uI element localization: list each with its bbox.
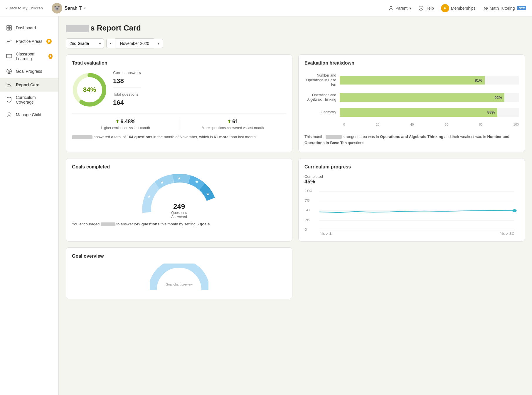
svg-text:75: 75 [304, 199, 310, 202]
svg-text:100: 100 [304, 189, 312, 193]
goal-overview-card: Goal overview Goal chart preview [66, 247, 292, 299]
memberships-button[interactable]: P Memberships [441, 4, 476, 12]
curriculum-line-chart: 100 75 50 25 0 [304, 188, 519, 235]
svg-text:★: ★ [147, 194, 151, 199]
svg-rect-8 [9, 28, 11, 30]
svg-text:Nov 30: Nov 30 [499, 232, 514, 235]
bar-fill-1: 81% [340, 76, 485, 85]
completed-label: Completed [304, 174, 519, 179]
main-content: s Report Card 2nd Grade 1st Grade 3rd Gr… [59, 16, 532, 395]
grade-select-wrap[interactable]: 2nd Grade 1st Grade 3rd Grade [66, 38, 104, 48]
svg-text:25: 25 [304, 218, 310, 222]
svg-text:0: 0 [304, 228, 307, 231]
bar-row-3: Geometry 88% [304, 108, 519, 117]
sidebar-item-goal-progress[interactable]: Goal Progress [0, 65, 58, 78]
month-display: November 2020 [115, 38, 154, 48]
sidebar-label-dashboard: Dashboard [16, 26, 36, 30]
more-questions-label: More questions answered vs last month [182, 126, 284, 130]
goal-overview-chart: Goal chart preview [72, 264, 286, 293]
bar-row-2: Operations and Algebraic Thinking 92% [304, 93, 519, 102]
total-evaluation-card: Total evaluation 84% Correct answers 138… [66, 54, 292, 152]
correct-answers-value: 138 [113, 77, 141, 87]
eval-breakdown-title: Evaluation breakdown [304, 60, 519, 66]
sidebar-item-practice-areas[interactable]: Practice Areas P [0, 35, 58, 48]
sidebar-item-dashboard[interactable]: Dashboard [0, 21, 58, 35]
svg-text:?: ? [420, 7, 422, 10]
user-section: 🐨 Sarah T ▾ [52, 3, 86, 13]
up-arrow-icon-2: ⬆ [227, 119, 231, 124]
correct-answers-label: Correct answers [113, 70, 141, 75]
svg-point-37 [512, 209, 517, 212]
curriculum-progress-card: Curriculum progress Completed 45% 100 75… [298, 158, 525, 242]
sidebar-item-curriculum-coverage[interactable]: Curriculum Coverage [0, 92, 58, 108]
prev-month-button[interactable]: ‹ [106, 39, 115, 48]
bar-track-1: 81% [340, 76, 519, 85]
donut-chart: 84% [72, 72, 107, 107]
sidebar-item-report-card[interactable]: Report Card [0, 78, 58, 92]
parent-dropdown-arrow: ▾ [409, 6, 411, 11]
top-nav: Back to My Children 🐨 Sarah T ▾ Parent ▾… [0, 0, 532, 16]
practice-areas-badge: P [46, 39, 52, 44]
eval-top: 84% Correct answers 138 Total questions … [72, 70, 286, 109]
svg-text:★: ★ [195, 179, 199, 184]
parent-menu[interactable]: Parent ▾ [388, 6, 411, 11]
bar-fill-2: 92% [340, 93, 504, 102]
new-badge: New [517, 6, 526, 10]
sidebar-label-goal-progress: Goal Progress [16, 69, 42, 74]
bar-fill-3: 88% [340, 108, 497, 117]
svg-text:★: ★ [160, 180, 164, 185]
sidebar-label-classroom-learning: Classroom Learning [16, 52, 44, 61]
total-questions-value: 164 [113, 99, 141, 109]
svg-rect-9 [6, 54, 12, 58]
curriculum-progress-title: Curriculum progress [304, 164, 519, 170]
bar-track-2: 92% [340, 93, 519, 102]
svg-point-14 [9, 71, 9, 72]
bar-label-1: Number and Operations in Base Ten [304, 73, 340, 87]
nav-actions: Parent ▾ ? Help P Memberships Math Tutor… [388, 4, 526, 12]
up-arrow-icon: ⬆ [115, 119, 119, 124]
back-to-children-link[interactable]: Back to My Children [6, 6, 43, 11]
goals-chart: ★ ★ ★ ★ ★ 249 Questions Answered [72, 174, 286, 218]
cards-grid: Total evaluation 84% Correct answers 138… [66, 54, 525, 299]
sidebar-label-curriculum-coverage: Curriculum Coverage [16, 95, 53, 104]
eval-bottom: ⬆ 6.48% Higher evaluation vs last month … [72, 114, 286, 130]
sidebar: Dashboard Practice Areas P Classroom Lea… [0, 16, 59, 395]
bar-axis: 0 20 40 60 80 100 [304, 123, 519, 126]
svg-point-4 [486, 7, 488, 9]
help-button[interactable]: ? Help [418, 6, 434, 11]
svg-text:Nov 1: Nov 1 [319, 232, 332, 235]
avatar: 🐨 [52, 3, 62, 13]
filters-bar: 2nd Grade 1st Grade 3rd Grade ‹ November… [66, 38, 525, 48]
membership-icon: P [441, 4, 449, 12]
total-evaluation-title: Total evaluation [72, 60, 286, 66]
svg-point-16 [8, 113, 10, 115]
svg-point-0 [390, 6, 392, 8]
higher-eval-value: ⬆ 6.48% [75, 119, 176, 125]
goals-completed-title: Goals completed [72, 164, 286, 170]
more-questions-value: ⬆ 61 [182, 119, 284, 125]
svg-point-3 [484, 7, 486, 8]
next-month-button[interactable]: › [154, 39, 163, 48]
svg-text:Answered: Answered [171, 215, 187, 218]
grade-select[interactable]: 2nd Grade 1st Grade 3rd Grade [66, 38, 104, 48]
svg-rect-7 [7, 28, 9, 30]
svg-text:50: 50 [304, 208, 310, 212]
more-questions-metric: ⬆ 61 More questions answered vs last mon… [179, 119, 287, 130]
svg-text:Questions: Questions [171, 211, 187, 215]
svg-text:Goal chart preview: Goal chart preview [166, 283, 193, 286]
sidebar-item-classroom-learning[interactable]: Classroom Learning P [0, 48, 58, 65]
user-dropdown-arrow[interactable]: ▾ [84, 6, 86, 10]
total-questions-label: Total questions [113, 92, 141, 97]
sidebar-item-manage-child[interactable]: Manage Child [0, 108, 58, 121]
eval-description: This month, strongest area was in Operat… [304, 134, 519, 146]
completed-value: 45% [304, 179, 519, 185]
svg-rect-5 [7, 26, 9, 28]
goals-note: You encouraged to answer 249 questions t… [72, 221, 286, 227]
goals-completed-card: Goals completed [66, 158, 292, 242]
bar-label-2: Operations and Algebraic Thinking [304, 93, 340, 102]
sidebar-label-manage-child: Manage Child [16, 112, 41, 117]
month-nav: ‹ November 2020 › [106, 38, 163, 48]
math-tutoring-button[interactable]: Math Tutoring New [483, 6, 526, 11]
evaluation-breakdown-card: Evaluation breakdown Number and Operatio… [298, 54, 525, 152]
classroom-badge: P [48, 54, 53, 59]
